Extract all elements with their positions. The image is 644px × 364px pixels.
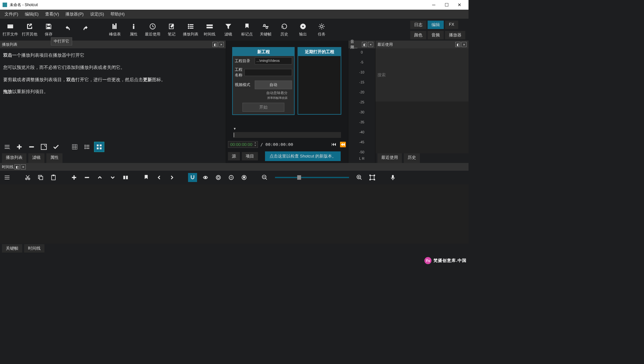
notes-button[interactable]: 笔记 [164, 23, 179, 37]
dock-icon[interactable]: ◧ [455, 42, 460, 47]
zoom-in-icon[interactable] [355, 173, 364, 182]
clock-icon [149, 23, 156, 30]
playlist-view-grid-icon[interactable] [94, 142, 104, 152]
markers-button[interactable]: 标记点 [240, 23, 254, 37]
zoom-out-icon[interactable] [260, 173, 269, 182]
tab-player[interactable]: 播放器 [445, 31, 465, 39]
save-button[interactable]: 保存 [41, 23, 56, 37]
menu-settings[interactable]: 设定(S) [88, 10, 107, 18]
playlist-view-list-icon[interactable] [82, 142, 92, 152]
paste-icon[interactable] [49, 173, 58, 182]
tab-fx[interactable]: FX [445, 21, 458, 29]
close-button[interactable]: ✕ [453, 2, 466, 7]
properties-button[interactable]: 属性 [126, 23, 141, 37]
player-scrubber[interactable]: ▼ [229, 129, 345, 138]
next-marker-icon[interactable] [167, 173, 176, 182]
video-mode-select[interactable]: 自动 [255, 81, 292, 89]
ripple-icon[interactable] [214, 173, 223, 182]
overwrite-icon[interactable] [108, 173, 117, 182]
marker-add-icon[interactable] [142, 173, 151, 182]
remove-icon[interactable] [82, 173, 91, 182]
close-icon[interactable]: ✕ [461, 42, 467, 47]
svg-rect-2 [47, 27, 50, 29]
tab-keyframes[interactable]: 关键帧 [2, 244, 22, 253]
project-name-input[interactable] [244, 69, 292, 76]
svg-rect-0 [8, 26, 13, 28]
rewind-icon[interactable]: ⏪ [340, 141, 346, 148]
svg-rect-33 [100, 145, 102, 147]
timeline-section: 时间线◧✕ 关键帧 时间线 [0, 163, 469, 253]
tab-properties[interactable]: 属性 [46, 153, 62, 163]
tab-color[interactable]: 颜色 [410, 31, 426, 39]
playlist-remove-icon[interactable] [26, 142, 37, 152]
snap-icon[interactable] [188, 173, 197, 182]
recent-button[interactable]: 最近使用 [145, 23, 160, 37]
peak-meter-button[interactable]: 峰值表 [108, 23, 122, 37]
tab-edit[interactable]: 编辑 [428, 21, 444, 29]
record-audio-icon[interactable] [388, 173, 397, 182]
ripple-all-icon[interactable] [227, 173, 236, 182]
tab-source[interactable]: 源 [228, 152, 240, 160]
keyframes-button[interactable]: 关键帧 [258, 23, 273, 37]
menu-edit[interactable]: 编辑(E) [22, 10, 41, 18]
dock-icon[interactable]: ◧ [14, 164, 20, 169]
menu-file[interactable]: 文件(F) [2, 10, 21, 18]
redo-button[interactable] [79, 25, 93, 34]
menu-player[interactable]: 播放器(P) [63, 10, 86, 18]
tab-log[interactable]: 日志 [410, 21, 426, 29]
tab-audio[interactable]: 音频 [428, 31, 444, 39]
lift-icon[interactable] [95, 173, 104, 182]
skip-start-icon[interactable]: ⏮ [331, 141, 336, 148]
tab-filters[interactable]: 滤镜 [28, 153, 44, 163]
timeline-menu-icon[interactable] [3, 173, 12, 182]
tab-playlist[interactable]: 播放列表 [2, 153, 26, 163]
dock-icon[interactable]: ◧ [213, 42, 218, 47]
playlist-button[interactable]: 播放列表 [183, 23, 198, 37]
playlist-view-detail-icon[interactable] [70, 142, 80, 152]
playlist-icon [187, 23, 194, 30]
timecode-current[interactable]: 00:00:00:00▲▼ [228, 141, 258, 148]
open-file-icon [6, 23, 14, 30]
open-other-button[interactable]: 打开其他 [22, 23, 37, 37]
ripple-markers-icon[interactable] [240, 173, 249, 182]
close-icon[interactable]: ✕ [368, 42, 373, 47]
svg-rect-8 [133, 26, 134, 29]
cut-icon[interactable] [23, 173, 32, 182]
tab-timeline[interactable]: 时间线 [24, 244, 44, 253]
open-file-button[interactable]: 打开文件 [3, 23, 18, 37]
redo-icon [82, 25, 90, 33]
maximize-button[interactable]: ☐ [440, 2, 453, 7]
zoom-slider[interactable] [275, 177, 349, 178]
menu-help[interactable]: 帮助(H) [108, 10, 127, 18]
export-button[interactable]: 输出 [296, 23, 310, 37]
playlist-menu-icon[interactable] [2, 142, 12, 152]
recent-search-input[interactable] [375, 48, 469, 101]
split-icon[interactable] [121, 173, 130, 182]
close-icon[interactable]: ✕ [21, 164, 26, 169]
undo-button[interactable] [60, 25, 75, 34]
tab-recent[interactable]: 最近使用 [377, 153, 402, 163]
project-dir-input[interactable]: ...\ming\Videos [255, 57, 292, 64]
start-button[interactable]: 开始 [242, 103, 284, 112]
filters-button[interactable]: 滤镜 [221, 23, 236, 37]
minimize-button[interactable]: ─ [427, 2, 440, 7]
update-notice[interactable]: 点击这里以检查 Shotcut 的新版本。 [265, 151, 341, 161]
svg-rect-42 [123, 176, 125, 179]
playlist-check-icon[interactable] [51, 142, 61, 152]
history-button[interactable]: 历史 [277, 23, 292, 37]
jobs-button[interactable]: 任务 [314, 23, 329, 37]
copy-icon[interactable] [36, 173, 45, 182]
prev-marker-icon[interactable] [155, 173, 164, 182]
tab-project[interactable]: 项目 [242, 152, 258, 160]
close-icon[interactable]: ✕ [219, 42, 224, 47]
zoom-fit-icon[interactable] [368, 173, 377, 182]
timeline-button[interactable]: 时间线 [202, 23, 217, 37]
playlist-add-icon[interactable] [14, 142, 24, 152]
timeline-tracks[interactable] [0, 184, 469, 244]
scrub-audio-icon[interactable] [201, 173, 210, 182]
tab-history[interactable]: 历史 [404, 153, 420, 163]
dock-icon[interactable]: ◧ [362, 42, 367, 47]
append-icon[interactable] [70, 173, 79, 182]
menu-view[interactable]: 查看(V) [43, 10, 62, 18]
playlist-update-icon[interactable] [39, 142, 49, 152]
